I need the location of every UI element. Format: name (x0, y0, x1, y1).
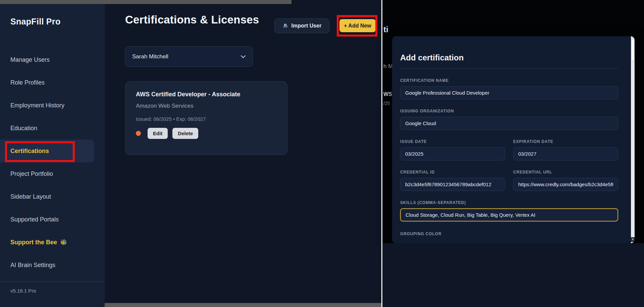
scrollbar-down-icon[interactable]: ▼ (631, 237, 635, 242)
credential-url-input[interactable] (513, 178, 618, 191)
backdrop-text-fragment: ti (383, 25, 392, 34)
issuing-organization-label: ISSUING ORGANIZATION (400, 109, 618, 113)
modal-scrollbar[interactable]: ▼ (631, 36, 635, 243)
sidebar-item-sidebar-layout[interactable]: Sidebar Layout (0, 185, 105, 208)
top-window-strip (0, 0, 291, 4)
sidebar-nav: Manage Users Role Profiles Employment Hi… (0, 48, 105, 276)
delete-button[interactable]: Delete (172, 128, 198, 139)
edit-button[interactable]: Edit (148, 128, 168, 139)
main-content: Certifications & Licenses Import User + … (105, 0, 381, 307)
app-root: SnapFill Pro Manage Users Role Profiles … (0, 0, 644, 307)
sidebar-item-supported-portals[interactable]: Supported Portals (0, 208, 105, 231)
skills-label: SKILLS (COMMA-SEPARATED) (400, 200, 618, 205)
issuing-organization-input[interactable] (400, 117, 618, 130)
expiration-date-label: EXPIRATION DATE (513, 139, 618, 144)
scrollbar-thumb[interactable] (631, 39, 634, 61)
user-select[interactable]: Sarah Mitchell (125, 46, 253, 67)
sidebar-item-employment-history[interactable]: Employment History (0, 94, 105, 117)
credential-row: CREDENTIAL ID CREDENTIAL URL (400, 170, 618, 191)
sidebar-item-support-the-bee[interactable]: Support the Bee 🐝 (0, 231, 105, 254)
sidebar-item-manage-users[interactable]: Manage Users (0, 48, 105, 71)
grouping-color-label: GROUPING COLOR (400, 232, 618, 236)
bottom-window-strip (105, 303, 381, 307)
backdrop-text-fragment: WS C (383, 91, 392, 97)
certification-card-issuer: Amazon Web Services (136, 103, 277, 109)
certification-card-actions: Edit Delete (136, 128, 277, 139)
sidebar-item-ai-brain-settings[interactable]: AI Brain Settings (0, 254, 105, 276)
certification-name-input[interactable] (400, 86, 618, 99)
sidebar-item-role-profiles[interactable]: Role Profiles (0, 71, 105, 94)
issue-date-group: ISSUE DATE (400, 139, 505, 160)
sidebar-item-certifications[interactable]: Certifications (0, 140, 94, 162)
issuing-organization-group: ISSUING ORGANIZATION (400, 109, 618, 130)
skills-group: SKILLS (COMMA-SEPARATED) (400, 200, 618, 221)
chevron-down-icon (240, 55, 246, 58)
certification-name-label: CERTIFICATION NAME (400, 78, 618, 83)
backdrop-text-fragment: h Mit (383, 63, 392, 70)
sidebar: SnapFill Pro Manage Users Role Profiles … (0, 0, 105, 307)
version-label: v5.18.1 Pro (10, 288, 36, 294)
split-line (381, 0, 382, 307)
issue-date-label: ISSUE DATE (400, 139, 505, 144)
add-new-button[interactable]: + Add New (339, 19, 376, 32)
issue-date-input[interactable] (400, 147, 505, 160)
modal-divider (400, 68, 618, 69)
grouping-color-dot (136, 131, 141, 136)
sidebar-item-education[interactable]: Education (0, 117, 105, 140)
credential-id-group: CREDENTIAL ID (400, 170, 505, 191)
dates-row: ISSUE DATE EXPIRATION DATE (400, 139, 618, 160)
credential-id-label: CREDENTIAL ID (400, 170, 505, 174)
modal-title: Add certification (400, 53, 618, 62)
expiration-date-group: EXPIRATION DATE (513, 139, 618, 160)
add-certification-modal: Add certification CERTIFICATION NAME ISS… (392, 36, 635, 243)
backdrop-text-fragment: /25 (383, 101, 392, 106)
credential-id-input[interactable] (400, 178, 505, 191)
skills-input[interactable] (400, 208, 618, 221)
certification-card-dates: Issued: 06/2025 • Exp: 06/2027 (136, 116, 277, 122)
right-lower-area (382, 243, 644, 307)
import-user-icon (282, 23, 288, 29)
modal-backdrop: ti h Mit WS C /25 Add certification CERT… (382, 0, 644, 243)
import-user-button[interactable]: Import User (274, 18, 329, 33)
page-title: Certifications & Licenses (125, 13, 259, 26)
certification-name-group: CERTIFICATION NAME (400, 78, 618, 99)
user-select-value: Sarah Mitchell (132, 53, 168, 60)
expiration-date-input[interactable] (513, 147, 618, 160)
certification-card-title: AWS Certified Developer - Associate (136, 91, 277, 98)
credential-url-group: CREDENTIAL URL (513, 170, 618, 191)
credential-url-label: CREDENTIAL URL (513, 170, 618, 174)
sidebar-item-project-portfolio[interactable]: Project Portfolio (0, 162, 105, 185)
certification-card: AWS Certified Developer - Associate Amaz… (125, 81, 287, 155)
bee-icon: 🐝 (60, 239, 67, 246)
import-user-label: Import User (291, 23, 322, 29)
sidebar-divider (0, 282, 105, 282)
grouping-color-group: GROUPING COLOR (400, 232, 618, 236)
